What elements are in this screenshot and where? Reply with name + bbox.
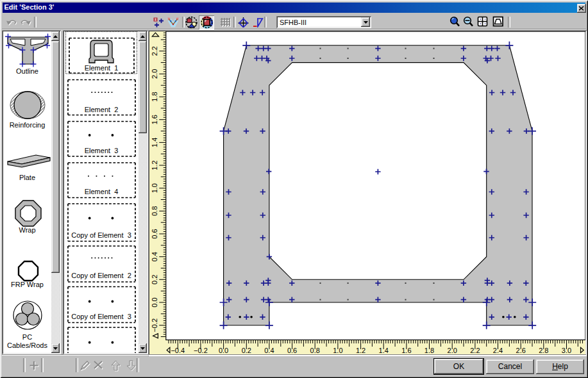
svg-text:0.6: 0.6 (151, 229, 158, 238)
svg-text:2.2: 2.2 (470, 347, 480, 354)
svg-text:0.2: 0.2 (151, 275, 158, 284)
svg-text:1.0: 1.0 (151, 183, 158, 193)
svg-text:0.4: 0.4 (264, 347, 274, 354)
svg-text:−0.4: −0.4 (171, 347, 185, 354)
svg-text:0.4: 0.4 (151, 252, 158, 261)
svg-text:2.8: 2.8 (539, 347, 548, 354)
svg-text:3.0: 3.0 (562, 347, 571, 354)
svg-text:1.4: 1.4 (151, 138, 158, 147)
svg-text:1.0: 1.0 (333, 347, 342, 354)
svg-text:2.0: 2.0 (151, 69, 158, 79)
svg-text:1.8: 1.8 (151, 92, 158, 101)
svg-text:1.6: 1.6 (151, 115, 158, 124)
svg-text:−0.2: −0.2 (194, 347, 208, 354)
svg-text:1.4: 1.4 (379, 347, 389, 354)
svg-text:0.2: 0.2 (242, 347, 251, 354)
svg-text:0.6: 0.6 (287, 347, 297, 354)
svg-text:−0.2: −0.2 (151, 318, 158, 333)
svg-text:1.2: 1.2 (356, 347, 365, 354)
svg-text:2.0: 2.0 (448, 347, 457, 354)
svg-text:0.0: 0.0 (219, 347, 228, 354)
svg-text:2.6: 2.6 (516, 347, 526, 354)
svg-text:2.4: 2.4 (493, 347, 503, 354)
svg-text:1.6: 1.6 (401, 347, 411, 354)
svg-text:2.2: 2.2 (151, 46, 158, 56)
svg-text:0.8: 0.8 (310, 347, 320, 354)
svg-text:1.8: 1.8 (424, 347, 434, 354)
svg-text:1.2: 1.2 (151, 160, 158, 170)
svg-text:0.0: 0.0 (151, 297, 158, 307)
svg-text:0.8: 0.8 (151, 206, 158, 216)
